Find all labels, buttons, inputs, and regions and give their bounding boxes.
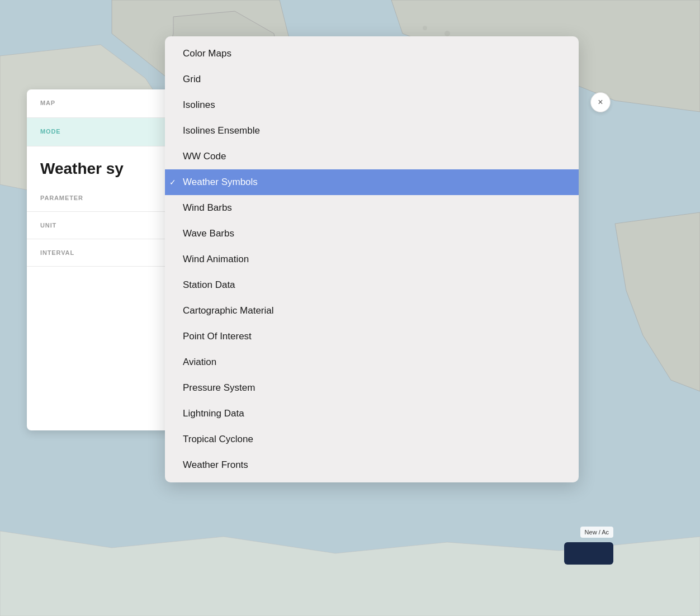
dropdown-item-isolines[interactable]: Isolines <box>165 92 579 118</box>
dropdown-item-label: Pressure System <box>183 382 255 394</box>
dropdown-item-station-data[interactable]: Station Data <box>165 272 579 298</box>
dropdown-item-label: Isolines Ensemble <box>183 125 260 136</box>
dropdown-item-wave-barbs[interactable]: Wave Barbs <box>165 221 579 247</box>
map-location-label: New / Ac <box>580 527 613 538</box>
mode-dropdown: Color MapsGridIsolinesIsolines EnsembleW… <box>165 36 579 482</box>
dropdown-item-aviation[interactable]: Aviation <box>165 349 579 375</box>
dropdown-item-label: Weather Fronts <box>183 459 248 471</box>
interval-label: INTERVAL <box>40 249 74 256</box>
close-icon: × <box>598 97 603 107</box>
dropdown-item-label: Tropical Cyclone <box>183 434 253 445</box>
dropdown-item-label: Point Of Interest <box>183 331 252 342</box>
dropdown-item-label: Station Data <box>183 279 235 291</box>
map-label: MAP <box>40 99 176 106</box>
dropdown-item-label: Cartographic Material <box>183 305 274 316</box>
dropdown-item-label: WW Code <box>183 151 226 162</box>
dropdown-item-label: Grid <box>183 74 201 85</box>
dropdown-item-label: Weather Symbols <box>183 177 258 188</box>
mode-label: MODE <box>40 128 176 135</box>
dropdown-item-label: Isolines <box>183 99 215 111</box>
checkmark-icon: ✓ <box>169 178 176 187</box>
parameter-label: PARAMETER <box>40 195 83 201</box>
dropdown-item-label: Aviation <box>183 357 216 368</box>
dropdown-item-lightning-data[interactable]: Lightning Data <box>165 401 579 427</box>
svg-point-3 <box>423 26 427 30</box>
dropdown-item-pressure-system[interactable]: Pressure System <box>165 375 579 401</box>
dropdown-item-point-of-interest[interactable]: Point Of Interest <box>165 324 579 349</box>
dropdown-item-label: Wind Barbs <box>183 202 232 214</box>
dropdown-item-color-maps[interactable]: Color Maps <box>165 41 579 67</box>
dropdown-item-label: Color Maps <box>183 48 231 59</box>
dropdown-item-ww-code[interactable]: WW Code <box>165 144 579 169</box>
dropdown-item-label: Lightning Data <box>183 408 244 419</box>
dropdown-item-label: Wave Barbs <box>183 228 234 239</box>
dropdown-item-weather-fronts[interactable]: Weather Fronts <box>165 452 579 478</box>
dropdown-item-isolines-ensemble[interactable]: Isolines Ensemble <box>165 118 579 144</box>
close-button[interactable]: × <box>590 92 611 112</box>
dropdown-item-tropical-cyclone[interactable]: Tropical Cyclone <box>165 427 579 452</box>
dropdown-item-weather-symbols[interactable]: ✓Weather Symbols <box>165 169 579 195</box>
dropdown-item-wind-animation[interactable]: Wind Animation <box>165 247 579 272</box>
dark-action-button[interactable] <box>564 542 613 565</box>
dropdown-item-label: Wind Animation <box>183 254 249 265</box>
dropdown-item-grid[interactable]: Grid <box>165 67 579 92</box>
unit-label: UNIT <box>40 222 56 229</box>
svg-point-1 <box>444 31 450 36</box>
dropdown-item-cartographic-material[interactable]: Cartographic Material <box>165 298 579 324</box>
dropdown-item-wind-barbs[interactable]: Wind Barbs <box>165 195 579 221</box>
